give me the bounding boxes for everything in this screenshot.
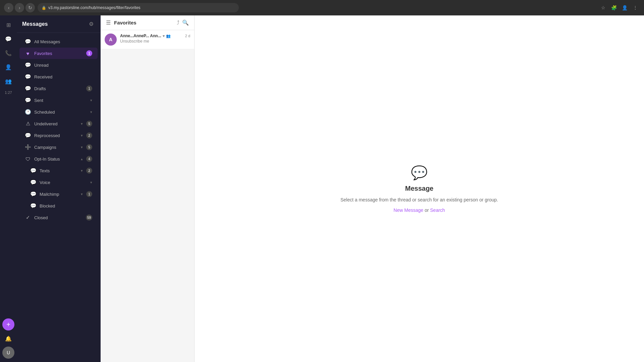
sidebar-item-scheduled[interactable]: 🕐 Scheduled ▾: [19, 106, 98, 118]
rail-group-icon[interactable]: 👥: [2, 75, 14, 87]
closed-badge: 59: [86, 215, 92, 221]
favorites-label: Favorites: [34, 51, 83, 56]
texts-icon: 💬: [30, 168, 36, 174]
drafts-label: Drafts: [34, 86, 83, 91]
sidebar-item-undelivered[interactable]: ⚠ Undelivered ▾ 5: [19, 118, 98, 129]
user-avatar[interactable]: U: [2, 347, 14, 359]
favorites-header-right: ⤴ 🔍: [177, 19, 189, 26]
sidebar-item-drafts[interactable]: 💬 Drafts 1: [19, 83, 98, 94]
settings-button[interactable]: ⚙: [88, 19, 95, 28]
texts-label: Texts: [40, 168, 77, 173]
texts-badge: 2: [86, 168, 92, 174]
add-button[interactable]: +: [2, 318, 14, 330]
forward-button[interactable]: ›: [15, 3, 24, 12]
bookmark-icon[interactable]: ☆: [598, 3, 608, 12]
conversation-content: Anne...AnneP... Ann... ♥ 👥 2 d Unsubscri…: [120, 34, 190, 44]
sidebar-item-all-messages[interactable]: 💬 All Messages: [19, 36, 98, 47]
undelivered-icon: ⚠: [25, 121, 31, 127]
undelivered-badge: 5: [86, 121, 92, 127]
sidebar-item-favorites[interactable]: ♥ Favorites 1: [19, 48, 98, 59]
opt-in-status-badge: 4: [86, 156, 92, 162]
mailchimp-label: Mailchimp: [40, 192, 77, 197]
conversation-time: 2 d: [185, 34, 190, 38]
sent-chevron: ▾: [90, 98, 92, 103]
unread-label: Unread: [34, 63, 92, 68]
sidebar-item-closed[interactable]: ✓ Closed 59: [19, 212, 98, 223]
rail-person-icon[interactable]: 👤: [2, 61, 14, 73]
favorites-badge: 1: [86, 50, 92, 56]
campaigns-label: Campaigns: [34, 145, 77, 150]
main-message-subtitle: Select a message from the thread or sear…: [340, 196, 498, 203]
sidebar-item-received[interactable]: 💬 Received: [19, 71, 98, 82]
menu-icon[interactable]: ☰: [106, 19, 111, 26]
mailchimp-chevron: ▾: [81, 192, 83, 196]
browser-actions: ☆ 🧩 👤 ⋮: [598, 3, 640, 12]
sidebar-item-reprocessed[interactable]: 💬 Reprocessed ▾ 2: [19, 130, 98, 141]
conversation-subtitle: Unsubscribe me: [120, 39, 190, 44]
extensions-icon[interactable]: 🧩: [609, 3, 619, 12]
sent-icon: 💬: [25, 97, 31, 103]
new-message-link[interactable]: New Message: [393, 207, 423, 213]
rail-phone-icon[interactable]: 📞: [2, 47, 14, 59]
heart-icon: ♥: [163, 34, 165, 38]
sidebar-item-sent[interactable]: 💬 Sent ▾: [19, 95, 98, 106]
blocked-label: Blocked: [40, 203, 92, 208]
opt-in-status-icon: 🛡: [25, 156, 31, 162]
conversation-avatar: A: [105, 34, 117, 46]
main-content: 💬 Message Select a message from the thre…: [195, 15, 644, 362]
rail-grid-icon[interactable]: ⊞: [2, 19, 14, 31]
reprocessed-chevron: ▾: [81, 133, 83, 138]
campaigns-icon: ➕: [25, 144, 31, 150]
drafts-badge: 1: [86, 85, 92, 92]
scheduled-icon: 🕐: [25, 109, 31, 115]
sidebar-item-texts[interactable]: 💬 Texts ▾ 2: [19, 165, 98, 176]
sidebar-title: Messages: [22, 21, 48, 27]
sent-label: Sent: [34, 98, 87, 103]
search-button[interactable]: 🔍: [182, 19, 189, 26]
reload-button[interactable]: ↻: [25, 3, 35, 12]
closed-label: Closed: [34, 215, 83, 220]
unread-icon: 💬: [25, 62, 31, 68]
browser-nav-buttons: ‹ › ↻: [4, 3, 35, 12]
profile-icon[interactable]: 👤: [620, 3, 629, 12]
bell-icon[interactable]: 🔔: [2, 333, 14, 345]
url-text: v3.my.pastorsline.com/hub/messages/filte…: [48, 5, 141, 10]
address-bar[interactable]: 🔒 v3.my.pastorsline.com/hub/messages/fil…: [38, 3, 239, 12]
main-message-title: Message: [405, 185, 434, 192]
voice-label: Voice: [40, 180, 87, 185]
sidebar-item-opt-in-status[interactable]: 🛡 Opt-In Status ▴ 4: [19, 153, 98, 165]
sidebar-item-campaigns[interactable]: ➕ Campaigns ▾ 5: [19, 141, 98, 153]
main-message-links: New Message or Search: [393, 207, 445, 213]
browser-chrome: ‹ › ↻ 🔒 v3.my.pastorsline.com/hub/messag…: [0, 0, 644, 15]
favorites-panel: ☰ Favorites ⤴ 🔍 A Anne...AnneP... Ann...…: [101, 15, 195, 362]
conversation-header-row: Anne...AnneP... Ann... ♥ 👥 2 d: [120, 34, 190, 38]
sidebar-item-unread[interactable]: 💬 Unread: [19, 59, 98, 71]
reprocessed-badge: 2: [86, 132, 92, 138]
undelivered-label: Undelivered: [34, 121, 77, 126]
favorites-title: Favorites: [114, 20, 137, 25]
sidebar-item-blocked[interactable]: 💬 Blocked: [19, 200, 98, 212]
back-button[interactable]: ‹: [4, 3, 13, 12]
drafts-icon: 💬: [25, 85, 31, 92]
sidebar-item-voice[interactable]: 💬 Voice ▾: [19, 177, 98, 188]
all-messages-icon: 💬: [25, 39, 31, 45]
main-message-icon: 💬: [411, 165, 428, 181]
sidebar-header: Messages ⚙: [17, 15, 100, 33]
favorites-header: ☰ Favorites ⤴ 🔍: [101, 15, 194, 30]
sidebar-item-mailchimp[interactable]: 💬 Mailchimp ▾ 1: [19, 188, 98, 200]
closed-icon: ✓: [25, 215, 31, 221]
time-display: 1:27: [5, 89, 12, 96]
favorites-icon: ♥: [25, 51, 31, 56]
conversation-item[interactable]: A Anne...AnneP... Ann... ♥ 👥 2 d Unsubsc…: [101, 30, 194, 49]
search-link[interactable]: Search: [430, 207, 445, 213]
sidebar-nav: 💬 All Messages ♥ Favorites 1 💬 Unread 💬 …: [17, 33, 100, 362]
more-icon[interactable]: ⋮: [631, 3, 640, 12]
share-button[interactable]: ⤴: [177, 20, 179, 26]
texts-chevron: ▾: [81, 169, 83, 173]
rail-messages-icon[interactable]: 💬: [2, 33, 14, 45]
messages-sidebar: Messages ⚙ 💬 All Messages ♥ Favorites 1 …: [17, 15, 101, 362]
undelivered-chevron: ▾: [81, 122, 83, 126]
opt-in-status-label: Opt-In Status: [34, 157, 77, 162]
all-messages-label: All Messages: [34, 39, 92, 44]
or-text: or: [425, 207, 430, 213]
